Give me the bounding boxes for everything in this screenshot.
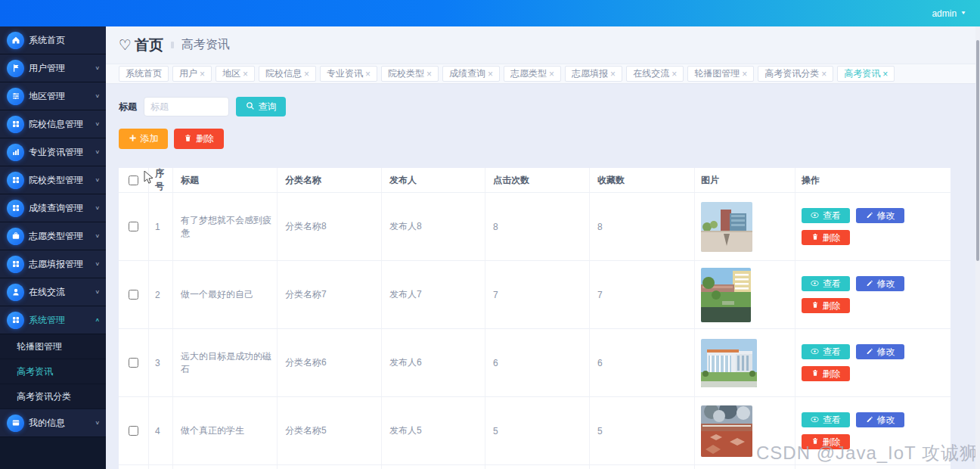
row-publisher: 发布人8	[382, 193, 485, 260]
view-button[interactable]: 查看	[802, 208, 850, 223]
sidebar-item-major-info-mgmt[interactable]: 专业资讯管理 ∨	[0, 138, 106, 166]
chevron-down-icon: ∨	[95, 289, 100, 295]
view-button[interactable]: 查看	[802, 344, 850, 359]
eye-icon	[811, 278, 819, 289]
search-row: 标题 查询	[119, 97, 980, 116]
delete-button[interactable]: 删除	[174, 129, 224, 149]
close-icon[interactable]: ×	[610, 69, 616, 79]
delete-row-button[interactable]: 删除	[802, 230, 850, 245]
close-icon[interactable]: ×	[671, 69, 677, 79]
row-checkbox[interactable]	[129, 426, 138, 436]
topbar: admin ▼	[0, 0, 980, 26]
tab-carousel-mgmt[interactable]: 轮播图管理×	[687, 66, 754, 82]
sidebar-item-label: 系统管理	[29, 314, 95, 327]
sidebar-item-college-type-mgmt[interactable]: 院校类型管理 ∨	[0, 166, 106, 194]
table-header-row: 序号 标题 分类名称 发布人 点击次数 收藏数 图片 操作	[119, 168, 951, 193]
sidebar-item-user-mgmt[interactable]: 用户管理 ∨	[0, 54, 106, 82]
sidebar-subitem-label: 高考资讯分类	[17, 390, 71, 403]
header-favorites: 收藏数	[590, 168, 695, 192]
close-icon[interactable]: ×	[882, 69, 888, 79]
query-button[interactable]: 查询	[236, 97, 286, 116]
edit-button[interactable]: 修改	[856, 208, 904, 223]
admin-dropdown[interactable]: admin ▼	[932, 8, 966, 19]
view-button[interactable]: 查看	[802, 276, 850, 291]
close-icon[interactable]: ×	[365, 69, 371, 79]
tab-college-info[interactable]: 院校信息×	[259, 66, 316, 82]
breadcrumb: ♡ 首页 高考资讯	[106, 26, 980, 64]
tab-news-category[interactable]: 高考资讯分类×	[758, 66, 833, 82]
close-icon[interactable]: ×	[304, 69, 309, 79]
close-icon[interactable]: ×	[488, 69, 493, 79]
trash-icon	[811, 368, 819, 379]
add-button[interactable]: 添加	[119, 129, 168, 149]
row-no: 1	[149, 193, 173, 260]
eye-icon	[811, 210, 819, 221]
sidebar-item-label: 我的信息	[29, 417, 95, 430]
tab-wish-type[interactable]: 志愿类型×	[504, 66, 561, 82]
row-title: 做一个最好的自己	[173, 261, 278, 328]
sidebar-item-system-home[interactable]: 系统首页	[0, 26, 106, 54]
tab-users[interactable]: 用户×	[172, 66, 212, 82]
title-search-input[interactable]	[144, 97, 229, 116]
row-no: 4	[149, 397, 173, 464]
tab-major-info[interactable]: 专业资讯×	[320, 66, 377, 82]
breadcrumb-divider	[171, 42, 174, 48]
row-title: 远大的目标是成功的磁石	[173, 329, 278, 396]
close-icon[interactable]: ×	[243, 69, 248, 79]
sidebar-item-my-info[interactable]: 我的信息 ∨	[0, 409, 106, 437]
sidebar-subitem-gaokao-news-category[interactable]: 高考资讯分类	[0, 384, 106, 409]
sidebar-item-wish-fill-mgmt[interactable]: 志愿填报管理 ∨	[0, 250, 106, 278]
sidebar-item-score-query-mgmt[interactable]: 成绩查询管理 ∨	[0, 194, 106, 222]
table-row: 3 远大的目标是成功的磁石 分类名称6 发布人6 6 6	[119, 329, 951, 397]
tab-region[interactable]: 地区×	[216, 66, 255, 82]
scrollbar[interactable]	[975, 26, 980, 469]
search-icon	[246, 101, 255, 113]
row-checkbox[interactable]	[129, 358, 138, 368]
chevron-down-icon: ∨	[95, 261, 100, 267]
heart-icon: ♡	[119, 36, 132, 54]
header-actions: 操作	[795, 168, 951, 192]
row-checkbox[interactable]	[129, 222, 138, 231]
close-icon[interactable]: ×	[821, 69, 826, 79]
breadcrumb-home[interactable]: 首页	[135, 36, 163, 55]
campus-square-photo	[701, 405, 752, 457]
sidebar-item-label: 专业资讯管理	[29, 146, 95, 159]
edit-icon	[866, 415, 873, 425]
edit-button[interactable]: 修改	[856, 344, 904, 359]
delete-row-button[interactable]: 删除	[802, 366, 850, 381]
sidebar-item-online-chat[interactable]: 在线交流 ∨	[0, 278, 106, 306]
tab-wish-fill[interactable]: 志愿填报×	[565, 66, 622, 82]
grid-icon	[7, 256, 24, 273]
row-favorites: 5	[590, 397, 695, 464]
close-icon[interactable]: ×	[200, 69, 205, 79]
sidebar-subitem-carousel-mgmt[interactable]: 轮播图管理	[0, 334, 106, 359]
trash-icon	[811, 300, 819, 311]
sidebar-item-wish-type-mgmt[interactable]: 志愿类型管理 ∨	[0, 222, 106, 250]
chevron-down-icon: ∨	[95, 205, 100, 211]
select-all-checkbox[interactable]	[129, 175, 138, 185]
sidebar-item-region-mgmt[interactable]: 地区管理 ∨	[0, 82, 106, 110]
tab-system-home[interactable]: 系统首页	[119, 66, 169, 82]
close-icon[interactable]: ×	[426, 69, 432, 79]
main-content: ♡ 首页 高考资讯 系统首页 用户× 地区× 院校信息× 专业资讯× 院校类型×…	[106, 26, 980, 469]
chevron-down-icon: ∨	[95, 177, 100, 183]
chevron-down-icon: ∨	[95, 93, 100, 99]
row-checkbox[interactable]	[129, 290, 138, 300]
view-button[interactable]: 查看	[802, 412, 850, 427]
tab-gaokao-news[interactable]: 高考资讯×	[837, 66, 895, 82]
tab-college-type[interactable]: 院校类型×	[381, 66, 439, 82]
edit-button[interactable]: 修改	[856, 276, 904, 291]
close-icon[interactable]: ×	[549, 69, 554, 79]
sidebar-item-college-info-mgmt[interactable]: 院校信息管理 ∨	[0, 110, 106, 138]
edit-button[interactable]: 修改	[856, 412, 904, 427]
tab-score-query[interactable]: 成绩查询×	[442, 66, 500, 82]
close-icon[interactable]: ×	[742, 69, 747, 79]
delete-row-button[interactable]: 删除	[802, 298, 850, 313]
row-clicks: 7	[485, 261, 590, 328]
tab-online-chat[interactable]: 在线交流×	[626, 66, 684, 82]
row-publisher: 发布人5	[382, 397, 485, 464]
sidebar-item-system-mgmt[interactable]: 系统管理 ∧	[0, 306, 106, 334]
sidebar-subitem-gaokao-news[interactable]: 高考资讯	[0, 359, 106, 384]
scrollbar-thumb[interactable]	[976, 40, 979, 261]
campus-building-photo	[701, 339, 757, 387]
